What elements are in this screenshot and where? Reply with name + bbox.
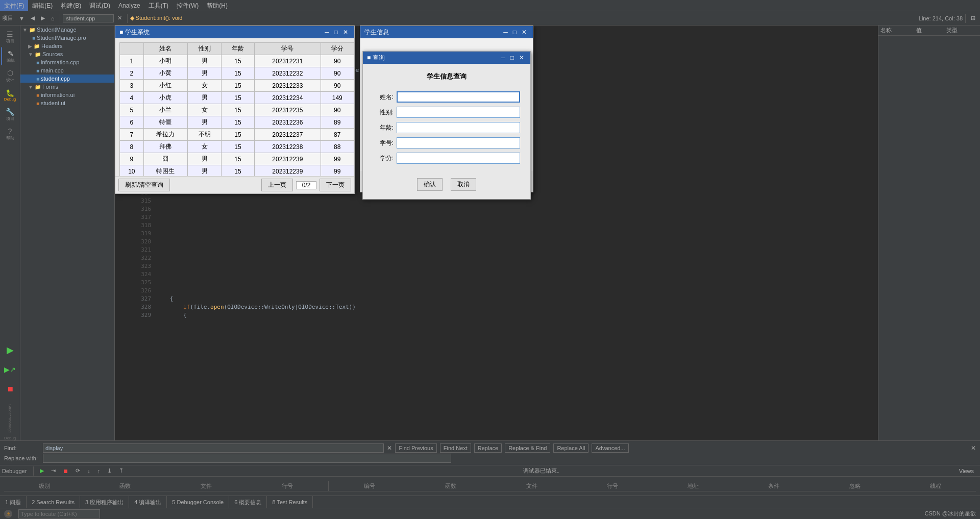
btn-next-page[interactable]: 下一页 — [320, 179, 351, 191]
debug-btn-4[interactable]: ⟳ — [73, 465, 83, 477]
query-maximize[interactable]: □ — [508, 54, 516, 61]
find-input[interactable] — [43, 443, 384, 453]
toolbar-btn-fwd[interactable]: ▶ — [38, 13, 47, 24]
find-close-btn[interactable]: ✕ — [971, 444, 976, 452]
find-label: Find: — [4, 445, 40, 451]
btn-replace-find[interactable]: Replace & Find — [505, 443, 550, 453]
sidebar-item-infocpp[interactable]: ■ information.cpp — [20, 58, 114, 66]
btn-prev-page[interactable]: 上一页 — [261, 179, 293, 191]
menu-build[interactable]: 构建(B) — [57, 0, 85, 11]
table-row: 327 { — [115, 295, 878, 303]
sidebar-btn-stop[interactable]: ⏹ — [1, 380, 19, 398]
tab-test-results[interactable]: 8 Test Results — [267, 496, 313, 508]
sidebar-item-pro[interactable]: ■ StudentManage.pro — [20, 34, 114, 42]
query-window: ■ 查询 ─ □ ✕ 学生信息查询 姓名: — [362, 51, 531, 200]
query-minimize[interactable]: ─ — [499, 54, 507, 61]
btn-find-next[interactable]: Find Next — [440, 443, 471, 453]
table-row: 4 小虎 男 15 202312234 149 — [120, 92, 354, 104]
student-info-maximize[interactable]: □ — [511, 29, 519, 36]
btn-confirm[interactable]: 确认 — [417, 178, 443, 191]
headers-arrow: ▶ — [28, 43, 32, 49]
sidebar-btn-debug[interactable]: 🐛 Debug — [1, 86, 19, 104]
student-sys-close[interactable]: ✕ — [341, 29, 350, 36]
student-sys-maximize[interactable]: □ — [332, 29, 340, 36]
debug-btn-6[interactable]: ↑ — [95, 465, 103, 477]
query-title-bar: ■ 查询 ─ □ ✕ — [363, 52, 530, 64]
student-info-minimize[interactable]: ─ — [501, 29, 510, 36]
table-row: 326 — [115, 287, 878, 295]
debug-btn-7[interactable]: ⤓ — [105, 465, 114, 477]
btn-cancel[interactable]: 取消 — [451, 178, 476, 191]
table-row: 8 拜佛 女 15 202312238 88 — [120, 141, 354, 153]
replace-input[interactable] — [43, 454, 451, 463]
btn-replace[interactable]: Replace — [474, 443, 502, 453]
input-sid[interactable] — [397, 137, 520, 149]
debug-btn-8[interactable]: ⤒ — [116, 465, 126, 477]
query-close[interactable]: ✕ — [517, 54, 526, 61]
toolbar-btn-home[interactable]: ⌂ — [48, 13, 57, 24]
sidebar-btn-project2[interactable]: 🔧 项目 — [1, 105, 19, 123]
tab-app-output[interactable]: 3 应用程序输出 — [80, 496, 129, 508]
debug-col-file2: 文件 — [492, 481, 572, 491]
input-score[interactable] — [397, 153, 520, 164]
toolbar-btn-back[interactable]: ◀ — [28, 13, 37, 24]
tab-search[interactable]: 2 Search Results — [27, 496, 80, 508]
student-sys-minimize[interactable]: ─ — [323, 29, 331, 36]
toolbar: 项目 ▼ ◀ ▶ ⌂ student.cpp ✕ ◆ Student::init… — [0, 11, 980, 26]
menu-tools[interactable]: 工具(T) — [144, 0, 173, 11]
sidebar-item-studentcpp[interactable]: ■ student.cpp — [20, 75, 114, 83]
tab-overview[interactable]: 6 概要信息 — [229, 496, 267, 508]
debug-step-btn[interactable]: ⇥ — [48, 465, 58, 477]
debug-stop-btn[interactable]: ⏹ — [60, 465, 71, 477]
table-row: 319 — [115, 230, 878, 238]
table-row: 325 — [115, 279, 878, 287]
sidebar-btn-run[interactable]: ▶ — [1, 341, 19, 359]
toolbar-close-file[interactable]: ✕ — [115, 13, 125, 24]
input-gender[interactable] — [397, 107, 520, 118]
sep-3 — [965, 14, 966, 23]
sidebar-item-forms[interactable]: ▼ 📁 Forms — [20, 83, 114, 91]
sidebar-btn-design[interactable]: ⬡ 设计 — [1, 66, 19, 85]
debug-btn-5[interactable]: ↓ — [85, 465, 93, 477]
sidebar-item-maincpp[interactable]: ■ main.cpp — [20, 66, 114, 75]
sidebar-item-infoui[interactable]: ■ information.ui — [20, 91, 114, 99]
sidebar-btn-help[interactable]: ? 帮助 — [1, 125, 19, 143]
sidebar-root[interactable]: ▼ 📁 StudentManage — [20, 26, 114, 34]
student-info-close[interactable]: ✕ — [520, 29, 529, 36]
sidebar-btn-edit[interactable]: ✎ 编辑 — [1, 47, 19, 65]
toolbar-btn-1[interactable]: ▼ — [16, 13, 27, 24]
btn-advanced[interactable]: Advanced... — [592, 443, 628, 453]
debug-run-btn[interactable]: ▶ — [37, 465, 46, 477]
sidebar-item-studentui[interactable]: ■ student.ui — [20, 99, 114, 107]
col-header-id: 学号 — [255, 43, 321, 55]
input-name[interactable] — [397, 91, 520, 103]
root-arrow: ▼ — [22, 27, 28, 33]
tab-compile[interactable]: 4 编译输出 — [129, 496, 167, 508]
tab-debugger-console[interactable]: 5 Debugger Console — [167, 496, 229, 508]
sidebar-item-sources[interactable]: ▼ 📁 Sources — [20, 50, 114, 58]
menu-controls[interactable]: 控件(W) — [173, 0, 203, 11]
menu-edit[interactable]: 编辑(E) — [28, 0, 57, 11]
input-age[interactable] — [397, 122, 520, 133]
btn-refresh-query[interactable]: 刷新/清空查询 — [118, 179, 170, 191]
btn-find-prev[interactable]: Find Previous — [395, 443, 436, 453]
menu-file[interactable]: 文件(F) — [0, 0, 28, 11]
menu-bar: 文件(F) 编辑(E) 构建(B) 调试(D) Analyze 工具(T) 控件… — [0, 0, 980, 11]
sidebar-item-headers[interactable]: ▶ 📁 Headers — [20, 42, 114, 50]
tab-problems[interactable]: 1 问题 — [0, 496, 27, 508]
menu-debug[interactable]: 调试(D) — [85, 0, 114, 11]
replace-row: Replace with: — [4, 453, 976, 463]
menu-analyze[interactable]: Analyze — [114, 0, 144, 11]
find-clear-btn[interactable]: ✕ — [387, 444, 392, 452]
menu-help[interactable]: 帮助(H) — [203, 0, 232, 11]
sidebar-btn-run-debug[interactable]: ▶↗ — [1, 360, 19, 379]
sidebar-btn-project[interactable]: ☰ 项目 — [1, 28, 19, 46]
col-header-empty — [120, 43, 144, 55]
code-editor[interactable]: 294 if(list.count() == 0) 295 t_total = … — [115, 26, 878, 440]
page-input[interactable] — [296, 181, 316, 189]
btn-replace-all[interactable]: Replace All — [553, 443, 589, 453]
locate-input[interactable] — [18, 509, 100, 518]
query-title: ■ 查询 — [367, 54, 385, 62]
toolbar-btn-extra[interactable]: ⊞ — [968, 13, 978, 24]
table-row: 7 希拉力 不明 15 202312237 87 — [120, 129, 354, 141]
